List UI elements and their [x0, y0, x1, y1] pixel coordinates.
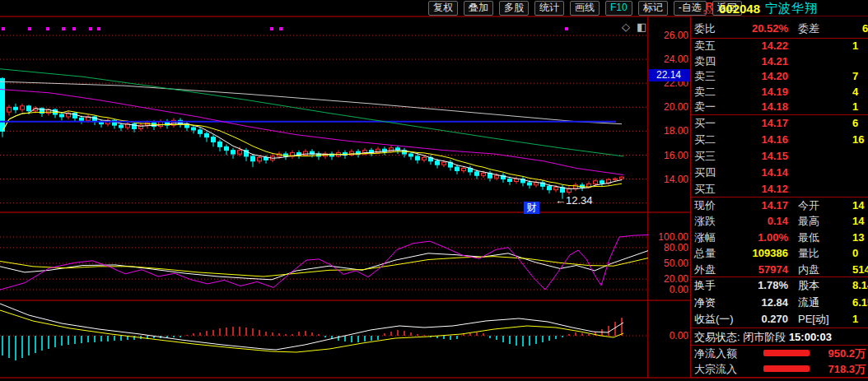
info-label: 总量: [694, 245, 716, 261]
axis-tick-label: 26.00: [649, 30, 688, 41]
ask-label: 卖一: [694, 100, 716, 115]
ask-price: 14.21: [724, 54, 788, 70]
ask-price: 14.19: [724, 85, 788, 100]
toolbar-button-f10[interactable]: F10: [605, 1, 632, 16]
quote-row: 净资12.84流通6.15: [691, 295, 868, 312]
stock-code: 002048: [719, 2, 760, 16]
bid-price: 14.15: [724, 148, 788, 165]
axis-tick-label: 50.00: [649, 258, 688, 269]
info-value: 12.84: [724, 295, 788, 312]
net-inflow-label: 净流入额: [694, 346, 737, 361]
quote-panel: 委比 20.52% 委差 6 卖五14.221卖四14.21卖三14.207卖二…: [690, 16, 868, 378]
ask-label: 卖三: [694, 69, 716, 85]
info-section-1: 现价14.17今开14涨跌0.14最高14涨幅1.00%最低13总量109386…: [691, 197, 868, 277]
axis-tick-label: 16.00: [649, 150, 688, 161]
info-value: 1: [852, 311, 868, 328]
bid-label: 买三: [694, 148, 716, 165]
quote-row: 涨幅1.00%最低13: [691, 230, 868, 245]
info-value: 0.270: [724, 311, 788, 328]
info-label: 涨跌: [694, 213, 716, 229]
toolbar-button-huaxian[interactable]: 画线: [570, 1, 600, 16]
toolbar-button-diejia[interactable]: 叠加: [464, 1, 493, 16]
info-value: 1.78%: [724, 277, 788, 295]
ask-price: 14.20: [724, 69, 788, 85]
quote-row: 收益(一)0.270PE[动]1: [691, 311, 868, 328]
info-value: 6.15: [852, 295, 868, 312]
net-inflow-bar-icon: [763, 350, 810, 356]
info-label: PE[动]: [798, 311, 829, 328]
info-label: 最低: [798, 230, 819, 245]
info-value: 514: [852, 262, 868, 277]
bid-label: 买一: [694, 115, 716, 132]
quote-row: 卖三14.207: [691, 69, 868, 85]
bid-price: 14.14: [724, 165, 788, 181]
market-r500-icon: R 500: [703, 2, 716, 16]
toolbar: 复权 叠加 多股 统计 画线 F10 标记 -自选 返回: [428, 0, 742, 16]
quote-row: 卖五14.221: [691, 39, 868, 54]
bid-label: 买五: [694, 181, 716, 197]
toolbar-button-tongji[interactable]: 统计: [534, 1, 564, 16]
info-label: 换手: [694, 277, 716, 295]
bid-price: 14.17: [724, 115, 788, 132]
quote-row: 卖四14.21: [691, 54, 868, 70]
ask-section: 卖五14.221卖四14.21卖三14.207卖二14.194卖一14.181: [691, 39, 868, 115]
quote-row: 买三14.15: [691, 148, 868, 165]
info-label: 外盘: [694, 262, 716, 277]
info-label: 涨幅: [694, 230, 716, 245]
quote-row: 换手1.78%股本8.14: [691, 277, 868, 295]
quote-row: 买二14.1616: [691, 132, 868, 148]
toolbar-button-fuquan[interactable]: 复权: [428, 1, 458, 16]
ask-price: 14.22: [724, 39, 788, 54]
bid-price: 14.16: [724, 132, 788, 148]
axis-tick-label: 20.00: [649, 101, 688, 113]
macd-DEA: [0, 310, 623, 352]
ask-qty: 4: [852, 85, 868, 100]
money-flow-section: 净流入额 950.2万 大宗流入 718.3万: [691, 346, 868, 378]
info-value: 14.17: [724, 197, 788, 213]
axis-tick-label: 0.00: [649, 330, 688, 342]
panel-toggle-icon[interactable]: ◧: [637, 21, 646, 33]
bid-qty: 6: [852, 115, 868, 132]
weicha-value: 6: [862, 20, 868, 38]
quote-row: 卖二14.194: [691, 85, 868, 100]
ask-qty: 1: [852, 39, 868, 54]
block-inflow-bar-icon: [763, 365, 810, 372]
ask-label: 卖五: [694, 39, 716, 54]
quote-row: 涨跌0.14最高14: [691, 213, 868, 229]
info-label: 现价: [694, 197, 716, 213]
quote-row: 买一14.176: [691, 115, 868, 132]
toolbar-button-duogu[interactable]: 多股: [499, 1, 529, 16]
weibi-value: 20.52%: [724, 20, 788, 38]
axis-tick-label: 80.00: [649, 242, 688, 253]
bid-label: 买二: [694, 132, 716, 148]
block-inflow-label: 大宗流入: [694, 361, 737, 377]
quote-row: 外盘57974内盘514: [691, 262, 868, 277]
r500-tag: 500: [703, 9, 713, 15]
toolbar-button-biaoji[interactable]: 标记: [638, 1, 668, 16]
trade-status-time: 15:00:03: [789, 331, 832, 343]
toolbar-button-zixuan[interactable]: -自选: [674, 1, 707, 16]
axis-tick-label: 14.00: [649, 174, 688, 185]
bid-price: 14.12: [724, 181, 788, 197]
net-inflow-value: 950.2万: [814, 346, 866, 361]
stock-identity: R 500 002048 宁波华翔: [703, 1, 818, 16]
stock-name: 宁波华翔: [765, 1, 818, 16]
bid-label: 买四: [694, 165, 716, 181]
diamond-icon[interactable]: ◇: [622, 21, 630, 33]
ask-qty: 1: [852, 100, 868, 115]
info-value: 14: [852, 197, 868, 213]
axis-tick-label: 18.00: [649, 125, 688, 137]
info-label: 流通: [798, 295, 819, 312]
kdj-K: [0, 251, 648, 280]
info-value: 0: [852, 245, 868, 261]
info-section-2: 换手1.78%股本8.14净资12.84流通6.15收益(一)0.270PE[动…: [691, 277, 868, 328]
ma-green: [0, 69, 623, 156]
net-inflow-row: 净流入额 950.2万: [691, 346, 868, 361]
info-value: 13: [852, 230, 868, 245]
kdj-J: [0, 235, 648, 290]
quote-row: 买四14.14: [691, 165, 868, 181]
block-inflow-value: 718.3万: [814, 361, 866, 377]
weibi-section: 委比 20.52% 委差 6: [691, 20, 868, 39]
axis-tick-label: 24.00: [649, 53, 688, 65]
ma-magenta: [0, 89, 623, 174]
